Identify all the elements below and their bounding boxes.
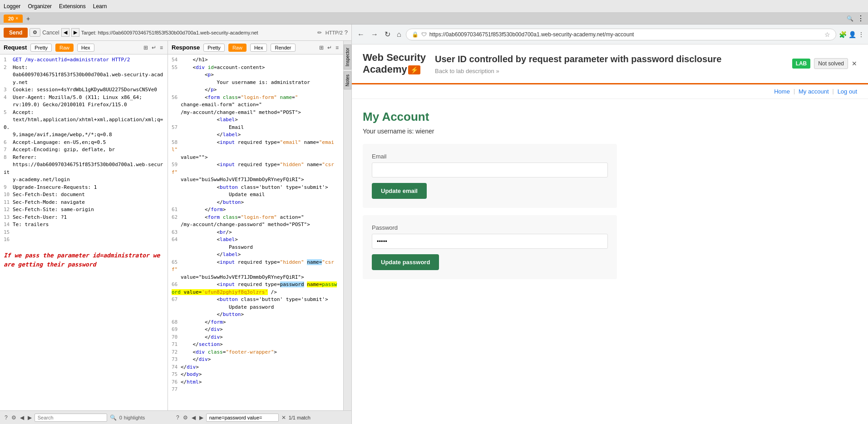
menu-logger[interactable]: Logger: [4, 3, 20, 10]
response-ln-icon[interactable]: ↵: [326, 44, 333, 52]
profile-icon[interactable]: 👤: [848, 31, 856, 38]
bookmark-icon[interactable]: ☆: [824, 31, 830, 38]
request-wrap-icon[interactable]: ⊞: [143, 44, 149, 52]
bottom-bar-left: ? ⚙ ◀ ▶ 🔍 0 highlights: [4, 414, 172, 422]
repeater-tab[interactable]: 20 ×: [4, 15, 23, 23]
lock-icon: 🔒: [412, 31, 419, 38]
lab-close-button[interactable]: ✕: [852, 60, 857, 67]
site-logo: Web Security Academy ⚡: [363, 52, 426, 76]
request-line-11: 11Sec-Fetch-Mode: navigate: [4, 199, 164, 207]
resp-line-62: 62 <form class="login-form" action=": [172, 214, 340, 222]
site-header: Web Security Academy ⚡ User ID controlle…: [352, 44, 868, 84]
tab-bar: 20 × + 🔍 ⋮: [0, 13, 868, 25]
response-wrap-icon[interactable]: ⊞: [318, 44, 325, 52]
browser-back-button[interactable]: ←: [355, 30, 366, 39]
resp-line-64c: </label>: [172, 251, 340, 259]
right-back-icon[interactable]: ◀: [191, 414, 197, 422]
request-line-4b: rv:109.0) Gecko/20100101 Firefox/115.0: [4, 101, 164, 109]
nav-log-out-link[interactable]: Log out: [838, 88, 857, 95]
email-form-section: Email Update email: [363, 144, 617, 208]
right-help-icon[interactable]: ?: [175, 414, 180, 422]
cancel-button[interactable]: Cancel: [42, 30, 59, 36]
menu-learn[interactable]: Learn: [93, 3, 107, 10]
highlights-label: highlights: [124, 415, 145, 420]
resp-line-59b: value="buiSwwHoJvVEf71JDmmbOyRYneyFQiRI"…: [172, 176, 340, 184]
nav-back-button[interactable]: ◀: [61, 28, 69, 37]
resp-line-54: 54 </h1>: [172, 56, 340, 64]
notes-button[interactable]: Notes: [344, 71, 351, 89]
request-tab-hex[interactable]: Hex: [77, 44, 94, 52]
request-code-area[interactable]: 1 GET /my-account?id=administrator HTTP/…: [0, 54, 168, 410]
bottom-help-icon[interactable]: ?: [4, 414, 9, 422]
edit-icon[interactable]: ✏: [317, 30, 322, 36]
response-code-area[interactable]: 54 </h1> 55 <div id=account-content> <p>…: [168, 54, 343, 410]
request-line-12: 12Sec-Fetch-Site: same-origin: [4, 206, 164, 214]
resp-line-64: 64 <label>: [172, 236, 340, 244]
update-password-button[interactable]: Update password: [372, 254, 439, 270]
extensions-icon[interactable]: 🧩: [839, 31, 847, 38]
bottom-settings-icon[interactable]: ⚙: [10, 414, 17, 422]
request-line-8b: https://0ab600970346751f853f530b00d700a1…: [4, 161, 164, 176]
nav-my-account-link[interactable]: My account: [799, 88, 829, 95]
browser-reload-button[interactable]: ↻: [383, 29, 392, 39]
nav-next-button[interactable]: ▶: [71, 28, 79, 37]
bottom-back-icon[interactable]: ◀: [19, 414, 25, 422]
update-email-button[interactable]: Update email: [372, 183, 427, 199]
overflow-menu-icon[interactable]: ⋮: [857, 14, 864, 23]
browser-home-button[interactable]: ⌂: [395, 30, 403, 39]
address-bar-container: 🔒 🛡 ☆: [406, 29, 836, 40]
repeater-toolbar: Send ⚙ Cancel ◀ ▶ Target: https://0ab600…: [0, 25, 351, 41]
back-to-lab-link[interactable]: Back to lab description »: [435, 68, 783, 74]
nav-separator-1: |: [794, 88, 795, 94]
request-ln-icon[interactable]: ↵: [151, 44, 157, 52]
request-line-5c: 9,image/avif,image/webp,*/*;q=0.8: [4, 131, 164, 139]
response-tab-render[interactable]: Render: [271, 44, 295, 52]
resp-line-73: 73 </div>: [172, 356, 340, 364]
browser-menu-icon[interactable]: ⋮: [858, 31, 864, 38]
response-search-input[interactable]: [206, 414, 279, 422]
nav-home-link[interactable]: Home: [774, 88, 790, 95]
response-tab-raw[interactable]: Raw: [228, 44, 247, 52]
menu-extensions[interactable]: Extensions: [59, 3, 86, 10]
browser-panel: ← → ↻ ⌂ 🔒 🛡 ☆ 🧩 👤 ⋮ Web Securi: [352, 25, 868, 424]
search-input[interactable]: [35, 414, 107, 422]
browser-forward-button[interactable]: →: [369, 30, 380, 39]
address-bar[interactable]: [429, 31, 822, 38]
password-input[interactable]: [372, 234, 608, 249]
request-tab-raw[interactable]: Raw: [55, 44, 74, 52]
send-button[interactable]: Send: [4, 28, 28, 38]
request-line-10: 10Sec-Fetch-Dest: document: [4, 191, 164, 199]
search-icon[interactable]: 🔍: [847, 15, 853, 22]
password-form-section: Password Update password: [363, 215, 617, 279]
request-line-13: 13Sec-Fetch-User: ?1: [4, 214, 164, 222]
tab-add-button[interactable]: +: [23, 14, 34, 24]
lab-badge: LAB: [792, 59, 811, 69]
http-version: HTTP/2: [326, 30, 343, 35]
tab-close-icon[interactable]: ×: [15, 16, 18, 21]
email-input[interactable]: [372, 163, 608, 177]
password-label: Password: [372, 224, 608, 231]
resp-line-59: 59 <input required type="hidden" name="c…: [172, 161, 340, 176]
response-tab-pretty[interactable]: Pretty: [203, 44, 225, 52]
resp-line-59c: <button class='button' type='submit'>: [172, 184, 340, 192]
resp-line-56d: <label>: [172, 116, 340, 124]
help-button[interactable]: ?: [345, 29, 348, 36]
inspector-button[interactable]: Inspector: [344, 44, 351, 69]
right-settings-icon[interactable]: ⚙: [182, 414, 189, 422]
response-menu-icon[interactable]: ≡: [335, 44, 340, 52]
request-tab-pretty[interactable]: Pretty: [30, 44, 52, 52]
resp-line-57b: </label>: [172, 131, 340, 139]
request-menu-icon[interactable]: ≡: [159, 44, 164, 52]
bottom-forward-icon[interactable]: ▶: [27, 414, 33, 422]
response-search-clear[interactable]: ✕: [281, 414, 287, 422]
search-submit-icon[interactable]: 🔍: [109, 414, 118, 422]
lab-title: User ID controlled by request parameter …: [435, 53, 783, 65]
settings-button[interactable]: ⚙: [30, 28, 40, 37]
menu-organizer[interactable]: Organizer: [28, 3, 52, 10]
bottom-bar-right: ? ⚙ ◀ ▶ ✕ 1/1 match: [175, 414, 348, 422]
right-forward-icon[interactable]: ▶: [198, 414, 204, 422]
response-tab-hex[interactable]: Hex: [250, 44, 267, 52]
account-content: My Account Your username is: wiener Emai…: [352, 99, 868, 424]
highlights-count: 0: [119, 415, 122, 420]
resp-line-55b: <p>: [172, 71, 340, 79]
